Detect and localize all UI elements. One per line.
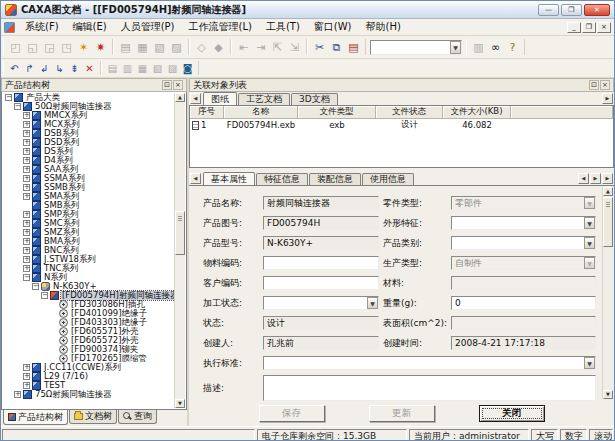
scroll-thumb[interactable] — [603, 197, 613, 247]
menu-item[interactable]: 工作流管理(L) — [182, 19, 259, 35]
tree-item[interactable]: +SMZ系列 — [3, 228, 174, 237]
standard-select[interactable]: ▼ — [263, 356, 596, 370]
column-header[interactable]: 文件状态 — [376, 106, 443, 119]
column-header[interactable]: 文件类型 — [298, 106, 376, 119]
collapse-minus-icon[interactable]: − — [41, 292, 48, 299]
tab-工艺文档[interactable]: 工艺文档 — [238, 93, 290, 105]
expand-plus-icon[interactable]: + — [23, 373, 30, 380]
tree-item[interactable]: +BMA系列 — [3, 237, 174, 246]
expand-plus-icon[interactable]: + — [23, 193, 30, 200]
tab-scroll-end-icon[interactable]: ▶ — [602, 173, 613, 184]
expand-plus-icon[interactable]: + — [23, 238, 30, 245]
menu-item[interactable]: 编辑(E) — [66, 19, 114, 35]
expand-plus-icon[interactable]: + — [23, 166, 30, 173]
expand-plus-icon[interactable]: + — [23, 121, 30, 128]
expand-plus-icon[interactable]: + — [23, 112, 30, 119]
pin-icon[interactable]: ⊡ — [589, 80, 599, 90]
expand-plus-icon[interactable]: + — [23, 265, 30, 272]
get-version-icon[interactable]: ⇟ — [67, 61, 82, 75]
undo-arrow-icon[interactable]: ↶ — [7, 61, 22, 75]
expand-plus-icon[interactable]: + — [23, 220, 30, 227]
product-category-select[interactable]: ▼ — [451, 236, 596, 250]
cancel-operation-icon[interactable]: ✕ — [82, 61, 97, 75]
expand-plus-icon[interactable]: + — [23, 256, 30, 263]
expand-plus-icon[interactable]: + — [23, 211, 30, 218]
collapse-minus-icon[interactable]: − — [14, 103, 21, 110]
menu-item[interactable]: 窗口(W) — [307, 19, 359, 35]
expand-plus-icon[interactable]: + — [23, 157, 30, 164]
checkin-arrow-icon[interactable]: ↲ — [37, 61, 52, 75]
dropdown-arrow-icon[interactable]: ▼ — [584, 217, 595, 229]
weight-input[interactable]: 0 — [451, 296, 596, 310]
mdi-close-button[interactable]: × — [597, 22, 611, 33]
tree-item[interactable]: +MCX系列 — [3, 120, 174, 129]
tree-item[interactable]: +SAA系列 — [3, 165, 174, 174]
column-header[interactable]: 名称 — [224, 106, 298, 119]
find-binoculars-icon[interactable]: ∞ — [487, 39, 504, 55]
tab-特征信息[interactable]: 特征信息 — [256, 173, 308, 185]
column-header[interactable]: 文件大小(KB) — [443, 106, 511, 119]
dropdown-arrow-icon[interactable]: ▼ — [584, 237, 595, 249]
tab-scroll-left-icon[interactable]: ◀ — [190, 173, 201, 184]
tab-scroll-left-icon[interactable]: ◀ — [578, 173, 589, 184]
mdi-minimize-button[interactable]: _ — [567, 22, 581, 33]
tab-3D文档[interactable]: 3D文档 — [291, 93, 338, 105]
tab-scroll-right-icon[interactable]: ▶ — [590, 173, 601, 184]
expand-plus-icon[interactable]: + — [23, 148, 30, 155]
mdi-restore-button[interactable]: ❐ — [582, 22, 596, 33]
menu-item[interactable]: 人员管理(P) — [114, 19, 182, 35]
quick-search-combobox[interactable]: ▼ — [370, 40, 462, 55]
collapse-minus-icon[interactable]: − — [32, 283, 39, 290]
process-status-select[interactable]: ▼ — [263, 296, 379, 310]
tab-图纸[interactable]: 图纸 — [203, 92, 237, 105]
menu-item[interactable]: 工具(T) — [259, 19, 307, 35]
tree-item[interactable]: −SMB系列 — [3, 201, 174, 210]
close-panel-icon[interactable]: × — [600, 80, 610, 90]
tree-item[interactable]: +J.CC11(CCWE)系列 — [3, 363, 174, 372]
table-row[interactable]: 1FD005794H.exbexb设计46.082 — [190, 119, 613, 131]
paste-icon[interactable]: ▤ — [345, 39, 362, 55]
pin-icon[interactable]: ⊡ — [162, 80, 172, 90]
tab-使用信息[interactable]: 使用信息 — [362, 173, 414, 185]
tree-item[interactable]: +DSD系列 — [3, 138, 174, 147]
expand-plus-icon[interactable]: + — [23, 382, 30, 389]
scroll-up-icon[interactable]: ▲ — [603, 187, 613, 196]
menu-item[interactable]: 系统(F) — [18, 19, 66, 35]
tree-item[interactable]: +SMC系列 — [3, 219, 174, 228]
minimize-button[interactable]: — — [538, 4, 559, 16]
tree-item[interactable]: +MMCX系列 — [3, 111, 174, 120]
tree-item[interactable]: +J.STW18系列 — [3, 255, 174, 264]
tab-scroll-left-icon[interactable]: ◀ — [190, 93, 201, 104]
checkout-arrow-icon[interactable]: ↳ — [52, 61, 67, 75]
tree-item[interactable]: +DSB系列 — [3, 129, 174, 138]
tree-item[interactable]: +L29 (7/16) — [3, 372, 174, 381]
collapse-minus-icon[interactable]: − — [23, 274, 30, 281]
tree-item[interactable]: +SMP系列 — [3, 210, 174, 219]
database-icon[interactable]: ◙ — [180, 61, 195, 75]
description-textarea[interactable] — [263, 375, 596, 401]
expand-plus-icon[interactable]: + — [23, 247, 30, 254]
dropdown-arrow-icon[interactable]: ▼ — [584, 357, 595, 369]
tab-装配信息[interactable]: 装配信息 — [309, 173, 361, 185]
restore-button[interactable]: ❐ — [561, 4, 582, 16]
collapse-minus-icon[interactable]: − — [5, 94, 12, 101]
tree-item[interactable]: +D4系列 — [3, 156, 174, 165]
redo-arrow-icon[interactable]: ↱ — [22, 61, 37, 75]
close-button[interactable]: ✕ — [584, 4, 610, 16]
tree-scrollbar[interactable]: ▲ ▼ — [174, 93, 185, 408]
customer-code-input[interactable] — [263, 276, 379, 290]
tab-scroll-right-icon[interactable]: ▶ — [602, 93, 613, 104]
close-panel-icon[interactable]: × — [173, 80, 183, 90]
dropdown-arrow-icon[interactable]: ▼ — [450, 41, 461, 54]
expand-plus-icon[interactable]: + — [23, 175, 30, 182]
copy-icon[interactable]: ⧉ — [328, 39, 345, 55]
expand-plus-icon[interactable]: + — [14, 391, 21, 398]
tree-item[interactable]: +SMA系列 — [3, 192, 174, 201]
shape-feature-select[interactable]: ▼ — [451, 216, 596, 230]
tab-查询[interactable]: 查询 — [118, 410, 157, 424]
expand-plus-icon[interactable]: + — [23, 184, 30, 191]
tab-文档树[interactable]: 文档树 — [69, 410, 117, 424]
tree-item[interactable]: +SSMA系列 — [3, 174, 174, 183]
menu-item[interactable]: 帮助(H) — [359, 19, 408, 35]
expand-plus-icon[interactable]: + — [23, 130, 30, 137]
